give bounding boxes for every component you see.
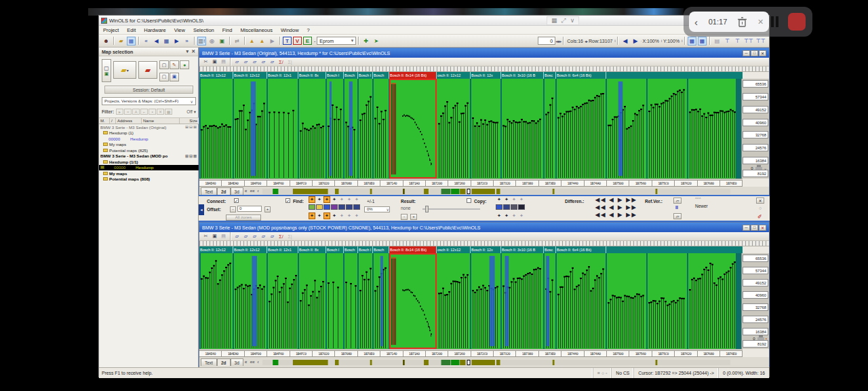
direction-arrow-button[interactable]: ✦ — [518, 196, 525, 203]
nav-prev-button[interactable]: ‹ — [256, 189, 260, 193]
copy-icon[interactable]: ▣ — [211, 58, 218, 66]
col-slash[interactable]: / — [110, 118, 116, 124]
map-stamp-icon[interactable]: ▱ — [269, 58, 276, 66]
connect-checkbox[interactable]: ✓ — [234, 198, 239, 203]
offset-plus-button[interactable]: + — [264, 206, 271, 212]
tree-row-project[interactable]: BMW 3 Serie - M3 Sedan (Original)⊞⊟⊠ — [99, 124, 199, 130]
tab-2d[interactable]: 2d — [217, 358, 231, 366]
map-segment[interactable]: Bosch II: 12x1 — [267, 72, 298, 79]
doc2-chart-area[interactable]: 655365734449152409603276824576163848192 — [199, 253, 769, 349]
direction-arrow-button[interactable]: ✦ — [309, 196, 315, 203]
differen-row-map[interactable]: ◀◀ ◀ ▶ ▶▶ — [595, 196, 637, 204]
offset-input[interactable]: 0 — [237, 206, 262, 212]
map-segment[interactable]: Bosch II: 8x — [298, 246, 326, 253]
menu-window[interactable]: Window — [277, 27, 303, 33]
menu-edit[interactable]: Edit — [123, 27, 140, 33]
align-top-button[interactable]: ▤ — [713, 37, 722, 45]
filter-text-button[interactable]: A — [132, 109, 140, 115]
overview-button[interactable]: ▦ — [162, 37, 171, 45]
map-segment[interactable]: Bosch — [344, 72, 358, 79]
all-zones-button[interactable]: All zones — [226, 215, 261, 221]
result-minus-button[interactable]: - — [401, 214, 408, 220]
nav-prev-fast-button[interactable]: «« — [248, 189, 256, 193]
tab-2d[interactable]: 2d — [217, 187, 231, 195]
restore-icon[interactable]: □ — [751, 225, 758, 231]
import-button[interactable]: ▰ — [138, 61, 157, 79]
map-segment[interactable]: Bosc — [544, 246, 556, 253]
viewer-controls[interactable]: ▦ ⤢ ∨ — [547, 16, 579, 25]
copy-checkbox[interactable] — [467, 198, 471, 203]
window-button[interactable]: ▣ — [170, 73, 179, 81]
tree-row-folder[interactable]: My maps — [99, 142, 199, 148]
y-zoom-spinner-icon[interactable]: ↕ — [681, 39, 682, 43]
close-icon[interactable]: ✕ — [759, 225, 766, 231]
checksum-up-button[interactable]: ▲ — [248, 37, 256, 45]
close-icon[interactable]: ✕ — [759, 50, 766, 56]
edit-button[interactable]: ✎ — [170, 60, 179, 69]
refver-stamp2-button[interactable]: ▱ — [673, 213, 682, 219]
tab-text[interactable]: Text — [201, 187, 217, 195]
percent-select[interactable]: 0% ∨ — [364, 206, 390, 212]
direction-arrow-button[interactable]: ✦ — [346, 196, 353, 203]
map-segment[interactable]: Bosch II: 12x12 — [233, 246, 267, 253]
map-segment[interactable]: Bosch I — [326, 72, 344, 79]
refver-stamp-button[interactable]: ▱ — [673, 198, 682, 204]
shape2-button[interactable]: ▢ — [159, 73, 169, 81]
direction-arrow-button[interactable]: ✦ — [338, 212, 345, 219]
shape-button[interactable]: ▢ — [159, 60, 169, 69]
scroll-down-icon[interactable]: ⌄ — [764, 166, 767, 170]
fullscreen-icon[interactable]: ⤢ — [561, 17, 566, 24]
tree-row-map[interactable]: 00000Hexdump — [99, 136, 199, 142]
filter-off-button[interactable]: Off ▾ — [186, 109, 196, 115]
map-stamp-icon[interactable]: ▱ — [233, 58, 241, 66]
map-segment[interactable]: Bosc — [544, 72, 556, 79]
swap-button[interactable]: ⇄ — [233, 37, 241, 45]
mode-icon-button[interactable] — [331, 204, 338, 210]
project-properties-button[interactable]: ☻ — [102, 37, 111, 45]
direction-arrow-button[interactable]: ✦ — [518, 212, 525, 219]
web-button[interactable]: ● — [180, 60, 189, 69]
menu-miscellaneous[interactable]: Miscellaneous — [236, 27, 277, 33]
map-segment[interactable]: Bosch II: 6x4 (16 Bit) — [556, 72, 606, 79]
pause-icon[interactable] — [771, 16, 774, 27]
marker-pen-icon[interactable]: ✐ — [757, 214, 762, 220]
map-segment[interactable]: Bosch I — [326, 246, 344, 253]
mode-icon-button[interactable] — [323, 204, 330, 210]
filter-clear-button[interactable]: ✕ — [157, 109, 164, 115]
x-zoom-spinner-icon[interactable]: ↕ — [660, 39, 662, 43]
direction-arrow-button[interactable]: ✦ — [338, 196, 345, 203]
project-action-icons[interactable]: ⊞⊟⊠ — [185, 153, 197, 158]
pin-icon[interactable]: ▾ — [186, 49, 189, 54]
direction-arrow-button[interactable]: ✦ — [316, 212, 323, 219]
printer-icon[interactable] — [755, 165, 762, 170]
minimize-icon[interactable]: ─ — [743, 50, 750, 56]
align-3-button[interactable]: ⊤⊤ — [743, 37, 754, 45]
page-next-button[interactable]: ▶ — [631, 37, 639, 45]
panel-collapse-icon[interactable]: ◄ — [199, 204, 204, 215]
map-segment[interactable]: osch II: 12x12 — [437, 72, 471, 79]
filter-corner-button[interactable]: ⌐ — [140, 109, 148, 115]
map-segment[interactable]: Bosch II: 8x14 (16 Bit) — [389, 246, 437, 253]
open-project-button[interactable]: ▰ — [117, 37, 125, 45]
close-icon[interactable]: ✕ — [191, 49, 195, 54]
result-slider-track[interactable] — [422, 208, 480, 210]
menu-find[interactable]: Find — [218, 27, 237, 33]
paste-icon[interactable]: ▤ — [220, 233, 227, 240]
menu-selection[interactable]: Selection — [189, 27, 218, 33]
tree-row-map[interactable]: 00000Hexdump — [99, 165, 199, 171]
play-button[interactable]: ▶ — [268, 37, 277, 45]
map-segment[interactable]: Bosch II: 3x10 (16 B — [501, 72, 544, 79]
minimize-icon[interactable]: ─ — [743, 225, 750, 231]
cols-arrows-icon[interactable]: ◂▸ — [585, 39, 587, 43]
direction-arrow-button[interactable]: ✦ — [331, 196, 338, 203]
doc2-minimap[interactable] — [262, 360, 730, 365]
map-segment[interactable]: Bosch II: 12x12 — [199, 72, 233, 79]
filter-type-button[interactable]: ▸ — [116, 109, 123, 115]
doc1-chart-area[interactable]: 655365734449152409603276824576163848192 — [199, 79, 769, 179]
doc1-minimap[interactable] — [262, 189, 730, 194]
cut-icon[interactable]: ✂ — [202, 233, 210, 240]
doc2-titlebar[interactable]: BMW 3 Serie - M3 Sedan (MOD popsnbangs o… — [199, 223, 769, 232]
doc1-titlebar[interactable]: BMW 3 Serie - M3 Sedan (Original), 54411… — [199, 48, 769, 58]
direction-arrow-button[interactable]: ✦ — [496, 196, 502, 203]
map-stamp-icon[interactable]: ▱ — [269, 233, 276, 240]
